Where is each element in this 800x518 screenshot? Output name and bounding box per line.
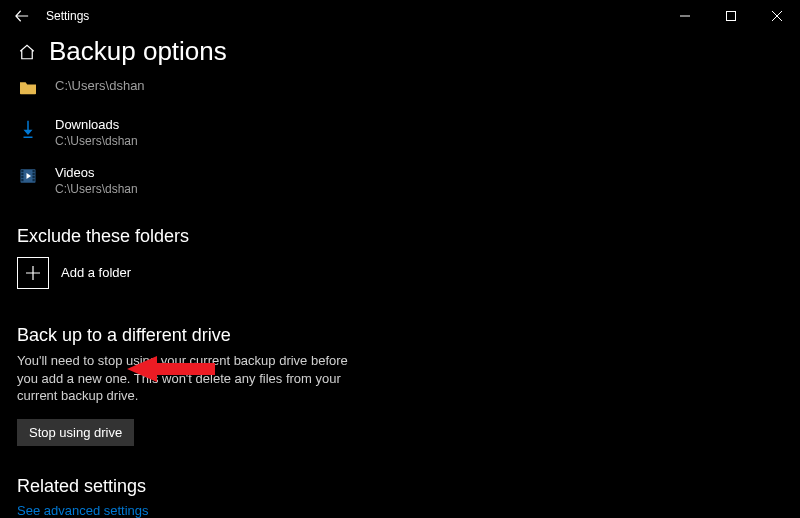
svg-rect-7	[33, 170, 35, 172]
svg-rect-4	[21, 173, 23, 175]
home-icon[interactable]	[17, 42, 37, 62]
download-icon	[17, 117, 39, 139]
videos-icon	[17, 165, 39, 185]
svg-rect-3	[21, 170, 23, 172]
folder-item[interactable]: Videos C:\Users\dshan	[17, 165, 800, 197]
window-controls	[662, 0, 800, 32]
back-button[interactable]	[8, 2, 36, 30]
svg-rect-1	[24, 137, 33, 139]
different-drive-title: Back up to a different drive	[17, 325, 800, 346]
folder-item[interactable]: C:\Users\dshan	[17, 77, 800, 95]
minimize-icon	[680, 11, 690, 21]
svg-rect-8	[33, 173, 35, 175]
close-icon	[772, 11, 782, 21]
different-drive-desc: You'll need to stop using your current b…	[17, 352, 357, 405]
svg-rect-10	[33, 179, 35, 181]
plus-icon	[17, 257, 49, 289]
see-advanced-settings-link[interactable]: See advanced settings	[17, 503, 149, 518]
minimize-button[interactable]	[662, 0, 708, 32]
svg-rect-9	[33, 176, 35, 178]
exclude-section-title: Exclude these folders	[17, 226, 800, 247]
titlebar: Settings	[0, 0, 800, 32]
page-title: Backup options	[49, 36, 227, 67]
svg-rect-6	[21, 179, 23, 181]
add-folder-label: Add a folder	[61, 265, 131, 280]
close-button[interactable]	[754, 0, 800, 32]
svg-rect-5	[21, 176, 23, 178]
maximize-button[interactable]	[708, 0, 754, 32]
folder-icon	[17, 77, 39, 95]
folder-item[interactable]: Downloads C:\Users\dshan	[17, 117, 800, 149]
related-settings-title: Related settings	[17, 476, 800, 497]
app-title: Settings	[46, 9, 89, 23]
arrow-left-icon	[15, 9, 29, 23]
folder-path: C:\Users\dshan	[55, 78, 145, 95]
folder-path: C:\Users\dshan	[55, 134, 138, 150]
folder-path: C:\Users\dshan	[55, 182, 138, 198]
content-area: Backup options C:\Users\dshan Downloads …	[0, 36, 800, 518]
folder-name: Downloads	[55, 117, 138, 134]
svg-rect-0	[727, 12, 736, 21]
stop-using-drive-button[interactable]: Stop using drive	[17, 419, 134, 446]
maximize-icon	[726, 11, 736, 21]
add-folder-button[interactable]: Add a folder	[17, 257, 800, 289]
folder-name: Videos	[55, 165, 138, 182]
page-header: Backup options	[17, 36, 800, 67]
